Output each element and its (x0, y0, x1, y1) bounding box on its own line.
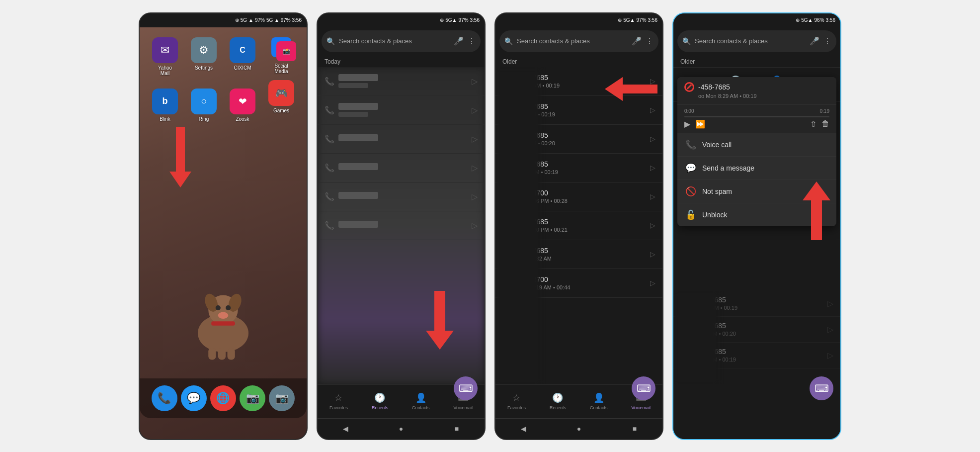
search-icon-4: 🔍 (682, 37, 691, 45)
phone-screen-3: ⊕ 5G▲ 97% 3:56 🔍 Search contacts & place… (494, 12, 663, 440)
phone-app-3: 🔍 Search contacts & places 🎤 ⋮ Older 📞 -… (495, 27, 662, 439)
chevron-3-2: ▷ (650, 106, 655, 114)
menu-voice-call[interactable]: 📞 Voice call (677, 133, 836, 157)
nav-contacts-2[interactable]: 👤 Contacts (412, 392, 430, 410)
app-cixicm[interactable]: C CIXICM (225, 37, 260, 76)
call-list-blurred: 📞 ▷ 📞 ▷ 📞 (318, 67, 485, 384)
app-settings[interactable]: ⚙ Settings (186, 37, 221, 76)
phone-call-icon: 📞 (685, 139, 696, 150)
share-button[interactable]: ⇧ (810, 119, 817, 129)
app-dock: 📞 💬 🌐 📷 📷 (140, 378, 307, 418)
speed-button[interactable]: ⏩ (695, 119, 705, 129)
search-placeholder-3: Search contacts & places (517, 37, 628, 45)
nav-recents-3[interactable]: 🕐 Recents (550, 392, 566, 410)
fab-dialpad-3[interactable]: ⌨ (632, 376, 655, 400)
phone-screen-4: ⊕ 5G▲ 96% 3:56 🔍 Search contacts & place… (672, 12, 841, 440)
context-number-display: -458-7685 (684, 82, 829, 92)
dimmed-calls-area: 📞 -458-7685 n 8:40 AM • 00:19 ▷ 📞 -458-7… (673, 291, 840, 384)
status-bar-2: ⊕ 5G▲ 97% 3:56 (318, 13, 485, 27)
arrow-step3 (605, 77, 657, 101)
app-yahoo-mail[interactable]: ✉ YahooMail (148, 37, 182, 76)
message-icon: 💬 (685, 163, 696, 174)
mic-icon-3: 🎤 (632, 36, 642, 46)
menu-send-message[interactable]: 💬 Send a message (677, 157, 836, 180)
menu-icon-3[interactable]: ⋮ (646, 36, 653, 46)
app-social-media[interactable]: f 📸 SocialMedia (264, 37, 299, 76)
audio-progress-bar[interactable] (684, 116, 829, 117)
search-icon-2: 🔍 (327, 37, 335, 45)
unblock-icon: 🔓 (685, 209, 696, 220)
menu-icon-2[interactable]: ⋮ (468, 36, 476, 46)
blurred-call-2: 📞 ▷ (318, 96, 485, 125)
phone-screen-1: ⊕ 5G ▲ 97% 5G ▲ 97% 3:56 ✉ YahooMail ⚙ S… (139, 12, 308, 440)
play-button[interactable]: ▶ (684, 119, 690, 129)
home-screen: ✉ YahooMail ⚙ Settings C CIXICM f (140, 27, 307, 439)
phone-screen-2: ⊕ 5G▲ 97% 3:56 🔍 Search contacts & place… (317, 12, 486, 440)
call-list-3: 📞 -458-7685 n 8:29 AM • 00:19 ▷ 📞 -458-7… (495, 67, 662, 384)
nav-favorites-2[interactable]: ☆ Favorites (329, 392, 348, 410)
svg-point-6 (218, 312, 228, 319)
dock-messages[interactable]: 💬 (181, 385, 207, 411)
section-older-4: Older (673, 55, 840, 67)
phone-app-4: 🔍 Search contacts & places 🎤 ⋮ Older -45… (673, 27, 840, 439)
svg-rect-7 (208, 348, 216, 360)
svg-rect-8 (218, 348, 226, 360)
status-bar-3: ⊕ 5G▲ 97% 3:56 (495, 13, 662, 27)
blurred-call-5: 📞 ▷ (318, 182, 485, 211)
audio-player: 0:00 0:19 ▶ ⏩ ⇧ 🗑 (677, 104, 836, 133)
audio-timeline: 0:00 0:19 (684, 108, 829, 114)
search-icon-3: 🔍 (504, 37, 513, 45)
back-btn-2[interactable]: ◀ (338, 424, 353, 434)
recents-btn-3[interactable]: ■ (627, 424, 642, 434)
context-detail: oo Mon 8:29 AM • 00:19 (684, 93, 829, 99)
search-bar-4[interactable]: 🔍 Search contacts & places 🎤 ⋮ (677, 30, 836, 52)
fab-dialpad-4[interactable]: ⌨ (810, 376, 833, 400)
status-bar-1: ⊕ 5G ▲ 97% 5G ▲ 97% 3:56 (140, 13, 307, 27)
nav-contacts-3[interactable]: 👤 Contacts (590, 392, 608, 410)
section-older-3: Older (495, 55, 662, 67)
blurred-call-3: 📞 ▷ (318, 125, 485, 154)
dock-chrome[interactable]: 🌐 (210, 385, 236, 411)
mic-icon-4: 🎤 (810, 36, 819, 46)
audio-controls: ▶ ⏩ ⇧ 🗑 (684, 119, 829, 129)
dock-photos[interactable]: 📷 (240, 385, 265, 411)
app-ring[interactable]: ○ Ring (186, 89, 221, 122)
nav-bar-3: ◀ ● ■ (495, 418, 662, 439)
svg-point-5 (226, 305, 231, 310)
menu-icon-4[interactable]: ⋮ (823, 36, 831, 46)
fab-dialpad-2[interactable]: ⌨ (454, 376, 478, 400)
section-today: Today (318, 55, 485, 67)
dock-camera[interactable]: 📷 (269, 385, 295, 411)
app-zoosk[interactable]: ❤ Zoosk (225, 89, 260, 122)
blocked-icon (684, 82, 694, 92)
recents-btn-2[interactable]: ■ (449, 424, 464, 434)
delete-button[interactable]: 🗑 (821, 119, 829, 128)
search-bar-2[interactable]: 🔍 Search contacts & places 🎤 ⋮ (322, 30, 481, 52)
search-placeholder-2: Search contacts & places (339, 37, 450, 45)
home-btn-3[interactable]: ● (572, 424, 586, 434)
not-spam-icon: 🚫 (685, 186, 696, 197)
arrow-step2 (425, 291, 455, 351)
svg-rect-10 (211, 321, 235, 326)
nav-bar-2: ◀ ● ■ (318, 418, 485, 439)
phone-app-2: 🔍 Search contacts & places 🎤 ⋮ Today 📞 ▷ (318, 27, 485, 439)
search-bar-3[interactable]: 🔍 Search contacts & places 🎤 ⋮ (499, 30, 658, 52)
svg-rect-9 (228, 348, 235, 360)
mic-icon-2: 🎤 (454, 36, 464, 46)
blurred-call-1: 📞 ▷ (318, 67, 485, 96)
dock-phone[interactable]: 📞 (152, 385, 177, 411)
blurred-call-4: 📞 ▷ (318, 154, 485, 182)
status-icons-1: ⊕ 5G ▲ 97% 5G ▲ 97% 3:56 (235, 17, 302, 23)
status-bar-4: ⊕ 5G▲ 96% 3:56 (673, 13, 840, 27)
app-blink[interactable]: b Blink (148, 89, 182, 122)
svg-point-4 (216, 305, 221, 310)
search-placeholder-4: Search contacts & places (695, 37, 806, 45)
home-btn-2[interactable]: ● (394, 424, 408, 434)
context-header: -458-7685 oo Mon 8:29 AM • 00:19 (677, 77, 836, 104)
wallpaper-dog (140, 122, 307, 378)
back-btn-3[interactable]: ◀ (516, 424, 531, 434)
arrow-step1 (169, 127, 191, 187)
nav-favorites-3[interactable]: ☆ Favorites (507, 392, 526, 410)
blurred-call-6: 📞 ▷ (318, 211, 485, 240)
nav-recents-2[interactable]: 🕐 Recents (372, 392, 388, 410)
